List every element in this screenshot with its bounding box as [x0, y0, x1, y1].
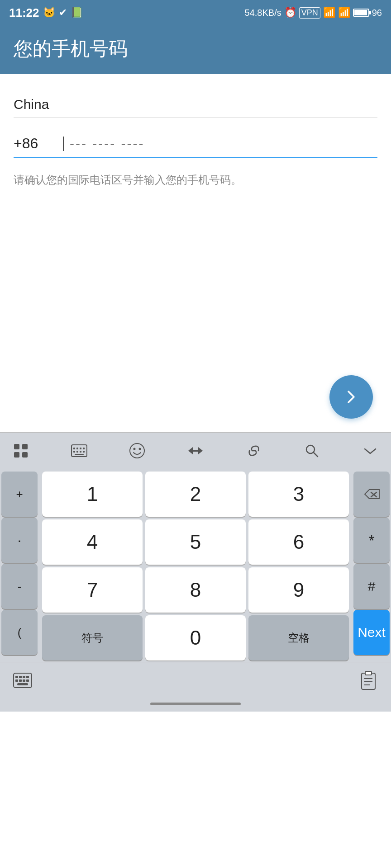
country-code[interactable]: +86 [14, 132, 59, 156]
toolbar-link-icon[interactable] [242, 439, 266, 462]
signal-icon: 📶 [323, 7, 335, 19]
svg-point-15 [134, 448, 136, 450]
svg-point-16 [139, 448, 141, 450]
key-minus[interactable]: - [1, 564, 38, 609]
battery-icon [353, 9, 369, 17]
svg-rect-13 [75, 454, 84, 455]
key-dot[interactable]: · [1, 518, 38, 563]
svg-rect-1 [22, 444, 28, 449]
arrow-right-icon [341, 387, 361, 407]
main-content: China +86 请确认您的国际电话区号并输入您的手机号码。 [0, 74, 391, 197]
vpn-icon: VPN [299, 7, 320, 19]
key-3[interactable]: 3 [248, 472, 349, 517]
svg-rect-29 [23, 679, 25, 682]
status-time: 11:22 [9, 6, 39, 20]
svg-rect-2 [14, 452, 19, 458]
keyboard-side-right: * # Next [352, 470, 391, 662]
svg-rect-11 [80, 451, 81, 453]
home-bar [0, 698, 391, 712]
keyboard-row-1: 1 2 3 [39, 470, 352, 518]
key-0[interactable]: 0 [145, 615, 246, 660]
status-left: 11:22 🐱 ✔ 📗 [9, 6, 83, 20]
key-space[interactable]: 空格 [248, 615, 349, 660]
svg-rect-25 [23, 676, 25, 678]
key-next[interactable]: Next [353, 610, 390, 655]
svg-rect-12 [83, 451, 85, 453]
svg-rect-24 [19, 676, 22, 678]
svg-point-14 [130, 443, 144, 458]
text-cursor [63, 137, 64, 151]
key-9[interactable]: 9 [248, 567, 349, 613]
page-title: 您的手机号码 [14, 36, 377, 61]
helper-text: 请确认您的国际电话区号并输入您的手机号码。 [14, 172, 377, 188]
phone-input[interactable] [65, 132, 377, 155]
country-field-group: China [14, 92, 377, 118]
toolbar-cursor-icon[interactable] [184, 439, 207, 462]
key-6[interactable]: 6 [248, 519, 349, 565]
status-right: 54.8KB/s ⏰ VPN 📶 📶 96 [245, 7, 382, 19]
content-area [0, 197, 391, 432]
alarm-icon: ⏰ [284, 7, 296, 19]
svg-rect-9 [73, 451, 75, 453]
keyboard-area: + · - ( 1 2 3 4 5 6 7 8 9 符号 [0, 470, 391, 662]
wifi-icon: 📶 [338, 7, 350, 19]
key-7[interactable]: 7 [42, 567, 143, 613]
keyboard-switch-icon[interactable] [9, 667, 36, 694]
svg-rect-26 [26, 676, 29, 678]
notification-icon-3: 📗 [71, 7, 83, 19]
svg-rect-8 [83, 448, 85, 449]
keyboard-row-3: 7 8 9 [39, 566, 352, 614]
key-open-paren[interactable]: ( [1, 610, 38, 655]
keyboard-row-2: 4 5 6 [39, 518, 352, 566]
svg-rect-27 [15, 679, 18, 682]
notification-icon-1: 🐱 [43, 7, 55, 19]
svg-rect-10 [76, 451, 78, 453]
key-delete[interactable] [353, 472, 390, 517]
svg-rect-31 [17, 683, 28, 685]
clipboard-icon[interactable] [355, 667, 382, 694]
key-1[interactable]: 1 [42, 472, 143, 517]
keyboard-bottom-bar [0, 662, 391, 698]
svg-rect-0 [14, 444, 19, 449]
toolbar-collapse-icon[interactable] [358, 439, 382, 462]
key-hash[interactable]: # [353, 564, 390, 609]
key-5[interactable]: 5 [145, 519, 246, 565]
numeric-keyboard: + · - ( 1 2 3 4 5 6 7 8 9 符号 [0, 468, 391, 698]
app-header: 您的手机号码 [0, 25, 391, 74]
toolbar-keyboard-icon[interactable] [67, 439, 91, 462]
key-4[interactable]: 4 [42, 519, 143, 565]
toolbar-emoji-icon[interactable] [125, 439, 149, 462]
toolbar-search-icon[interactable] [300, 439, 324, 462]
phone-row: +86 [14, 132, 377, 158]
country-label[interactable]: China [14, 92, 377, 118]
svg-rect-3 [22, 452, 28, 458]
network-speed: 54.8KB/s [245, 8, 281, 18]
next-fab-button[interactable] [329, 375, 373, 419]
keyboard-side-left: + · - ( [0, 470, 39, 662]
status-bar: 11:22 🐱 ✔ 📗 54.8KB/s ⏰ VPN 📶 📶 96 [0, 0, 391, 25]
svg-rect-7 [80, 448, 81, 449]
svg-rect-33 [365, 671, 372, 675]
svg-rect-30 [26, 679, 29, 682]
key-plus[interactable]: + [1, 472, 38, 517]
keyboard-row-4: 符号 0 空格 [39, 614, 352, 662]
keyboard-toolbar [0, 432, 391, 468]
svg-rect-28 [19, 679, 22, 682]
key-symbols[interactable]: 符号 [42, 615, 143, 660]
toolbar-grid-icon[interactable] [9, 439, 33, 462]
keyboard-main-grid: 1 2 3 4 5 6 7 8 9 符号 0 空格 [39, 470, 352, 662]
svg-rect-5 [73, 448, 75, 449]
svg-rect-6 [76, 448, 78, 449]
svg-line-19 [314, 453, 318, 457]
battery-percent: 96 [372, 8, 382, 18]
notification-icon-2: ✔ [59, 7, 67, 19]
home-indicator [150, 703, 241, 705]
key-8[interactable]: 8 [145, 567, 246, 613]
key-2[interactable]: 2 [145, 472, 246, 517]
svg-rect-23 [15, 676, 18, 678]
key-asterisk[interactable]: * [353, 518, 390, 563]
